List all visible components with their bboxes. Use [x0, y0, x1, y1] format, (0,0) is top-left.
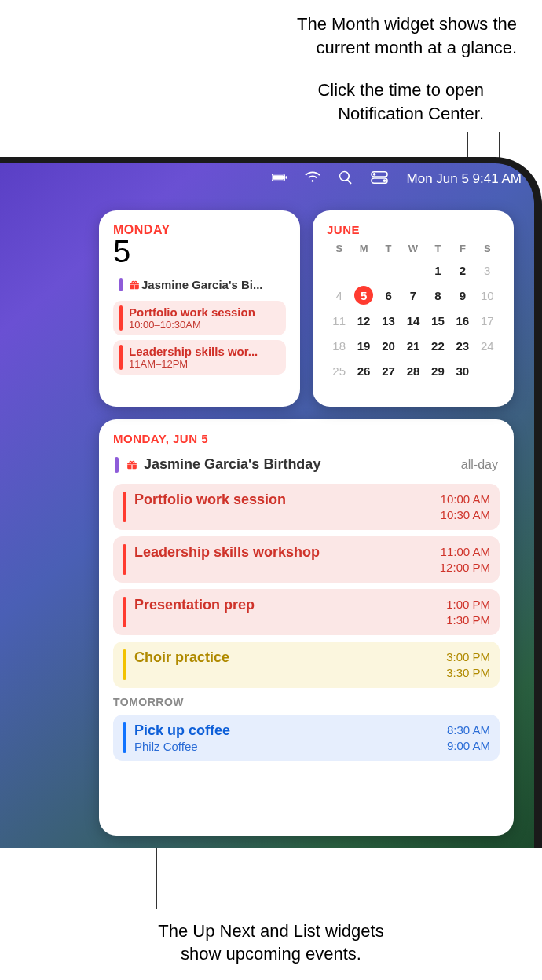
month-widget[interactable]: June SMTWTFS1234567891011121314151617181… [313, 210, 514, 407]
upnext-event[interactable]: Jasmine Garcia's Bi... [113, 273, 286, 296]
event-title: Leadership skills workshop [134, 544, 432, 561]
wifi-icon[interactable] [305, 170, 320, 189]
calendar-day[interactable]: 19 [351, 336, 375, 355]
event-color-bar [123, 722, 126, 753]
calendar-day[interactable]: 16 [450, 311, 474, 330]
event-color-bar [119, 278, 123, 291]
calendar-day[interactable]: 28 [401, 361, 425, 380]
calendar-day[interactable]: 1 [426, 261, 450, 280]
list-event[interactable]: Leadership skills workshop11:00 AM12:00 … [113, 536, 500, 583]
list-widget[interactable]: Monday, Jun 5 Jasmine Garcia's Birthday … [99, 419, 514, 836]
upnext-event[interactable]: Portfolio work session10:00–10:30AM [113, 301, 286, 335]
calendar-day[interactable]: 6 [376, 286, 401, 305]
callout-month-widget: The Month widget shows thecurrent month … [297, 13, 517, 59]
calendar-day[interactable]: 14 [401, 311, 425, 330]
upnext-widget[interactable]: Monday 5 Jasmine Garcia's Bi...Portfolio… [99, 210, 300, 407]
callout-notification-center: Click the time to openNotification Cente… [317, 79, 484, 125]
list-header: Monday, Jun 5 [113, 432, 500, 445]
month-title: June [327, 223, 500, 236]
event-time: 11AM–12PM [129, 358, 280, 370]
allday-tag: all-day [461, 458, 498, 472]
upnext-event[interactable]: Leadership skills wor...11AM–12PM [113, 340, 286, 375]
event-time: 10:00–10:30AM [129, 319, 280, 331]
calendar-day[interactable]: 30 [450, 361, 474, 380]
event-times: 1:00 PM1:30 PM [446, 597, 490, 627]
event-color-bar [119, 305, 123, 331]
event-color-bar [123, 492, 126, 522]
event-title: Portfolio work session [134, 492, 433, 508]
calendar-dow: F [450, 243, 474, 254]
event-title: Choir practice [134, 649, 438, 666]
calendar-day[interactable]: 10 [475, 286, 500, 305]
event-title: Jasmine Garcia's Birthday [126, 456, 453, 473]
calendar-day[interactable]: 26 [351, 361, 375, 380]
calendar-day[interactable]: 9 [450, 286, 474, 305]
calendar-dow: W [401, 243, 425, 254]
calendar-day[interactable]: 13 [376, 311, 401, 330]
calendar-dow: M [351, 243, 375, 254]
gift-icon [126, 456, 139, 473]
calendar-day[interactable]: 20 [376, 336, 401, 355]
menubar-datetime[interactable]: Mon Jun 5 9:41 AM [407, 171, 522, 187]
svg-rect-2 [285, 176, 287, 179]
event-color-bar [123, 544, 126, 575]
event-color-bar [115, 457, 119, 473]
event-title: Presentation prep [134, 597, 438, 613]
callout-line [156, 847, 157, 909]
event-color-bar [123, 649, 126, 680]
event-title: Jasmine Garcia's Bi... [129, 278, 280, 291]
calendar-dow: T [426, 243, 450, 254]
calendar-dow: S [327, 243, 351, 254]
tomorrow-label: Tomorrow [113, 696, 500, 708]
calendar-day[interactable]: 15 [426, 311, 450, 330]
desktop: Mon Jun 5 9:41 AM Monday 5 Jasmine Garci… [0, 157, 542, 848]
svg-point-6 [383, 179, 386, 182]
calendar-day[interactable]: 29 [426, 361, 450, 380]
calendar-grid: SMTWTFS123456789101112131415161718192021… [327, 243, 500, 380]
event-times: 10:00 AM10:30 AM [441, 492, 490, 522]
callout-upnext-list: The Up Next and List widgetsshow upcomin… [27, 920, 515, 966]
calendar-day[interactable]: 17 [475, 311, 500, 330]
calendar-dow: S [475, 243, 500, 254]
calendar-day[interactable]: 5 [351, 286, 375, 305]
menubar: Mon Jun 5 9:41 AM [0, 163, 534, 195]
calendar-day[interactable]: 2 [450, 261, 474, 280]
calendar-day[interactable]: 7 [401, 286, 425, 305]
control-center-icon[interactable] [371, 170, 388, 188]
upnext-date: 5 [113, 236, 286, 267]
calendar-day[interactable]: 18 [327, 336, 351, 355]
calendar-day[interactable]: 23 [450, 336, 474, 355]
calendar-day[interactable]: 22 [426, 336, 450, 355]
calendar-day[interactable]: 4 [327, 286, 351, 305]
list-event[interactable]: Portfolio work session10:00 AM10:30 AM [113, 484, 500, 530]
calendar-day[interactable]: 24 [475, 336, 500, 355]
event-color-bar [123, 597, 126, 627]
svg-point-4 [372, 173, 375, 176]
list-event[interactable]: Presentation prep1:00 PM1:30 PM [113, 589, 500, 635]
calendar-day[interactable]: 12 [351, 311, 375, 330]
list-event[interactable]: Choir practice3:00 PM3:30 PM [113, 642, 500, 688]
event-title: Portfolio work session [129, 305, 280, 319]
event-title: Leadership skills wor... [129, 345, 280, 358]
calendar-day[interactable]: 27 [376, 361, 401, 380]
calendar-day[interactable]: 3 [475, 261, 500, 280]
list-allday-event[interactable]: Jasmine Garcia's Birthday all-day [113, 453, 500, 484]
gift-icon [129, 278, 141, 291]
event-location: Philz Coffee [134, 740, 439, 753]
svg-rect-1 [273, 175, 284, 180]
calendar-day[interactable]: 11 [327, 311, 351, 330]
calendar-day[interactable]: 21 [401, 336, 425, 355]
event-times: 11:00 AM12:00 PM [440, 544, 490, 575]
calendar-dow: T [376, 243, 401, 254]
event-title: Pick up coffee [134, 722, 439, 739]
event-color-bar [119, 345, 123, 370]
notification-center-widgets: Monday 5 Jasmine Garcia's Bi...Portfolio… [99, 210, 514, 836]
battery-icon[interactable] [272, 170, 287, 189]
calendar-day[interactable]: 25 [327, 361, 351, 380]
search-icon[interactable] [338, 170, 353, 189]
calendar-day[interactable]: 8 [426, 286, 450, 305]
list-event[interactable]: Pick up coffeePhilz Coffee8:30 AM9:00 AM [113, 715, 500, 761]
event-times: 8:30 AM9:00 AM [447, 722, 490, 753]
event-times: 3:00 PM3:30 PM [446, 649, 490, 680]
